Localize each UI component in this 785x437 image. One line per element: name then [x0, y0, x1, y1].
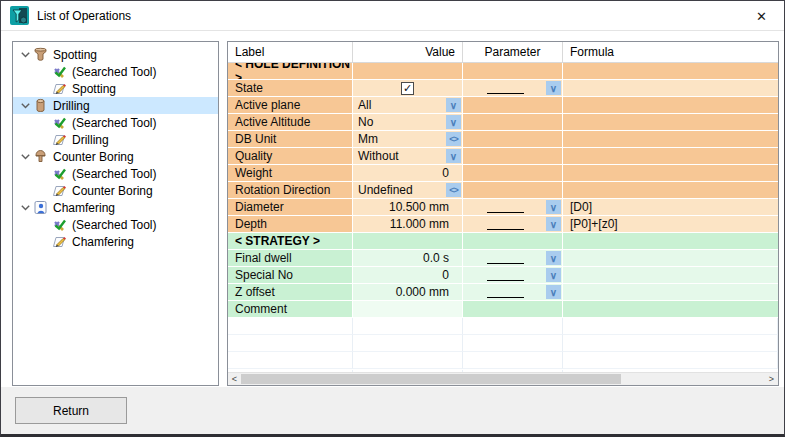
window-title: List of Operations: [37, 9, 131, 23]
value-cell[interactable]: 0.000 mm: [353, 284, 463, 301]
dropdown-arrow-icon[interactable]: ∨: [546, 217, 561, 231]
spinner-icon[interactable]: <>: [446, 132, 461, 146]
chevron-down-icon[interactable]: [18, 205, 32, 211]
parameter-cell[interactable]: ∨: [463, 80, 563, 97]
value-cell[interactable]: 10.500 mm: [353, 199, 463, 216]
spinner-icon[interactable]: <>: [446, 183, 461, 197]
operations-tree: Spotting(Searched Tool)SpottingDrilling(…: [12, 41, 219, 386]
parameter-cell: [463, 148, 563, 165]
value-cell[interactable]: 0.0 s: [353, 250, 463, 267]
parameter-blank-line: [463, 80, 547, 96]
table-row-weight: Weight0: [228, 165, 778, 182]
tree-item-label: Counter Boring: [53, 150, 134, 164]
formula-cell[interactable]: [563, 250, 778, 267]
close-icon[interactable]: ✕: [739, 1, 784, 31]
value-text: 10.500 mm: [389, 200, 449, 214]
row-label: State: [228, 80, 353, 97]
horizontal-scrollbar[interactable]: < >: [228, 372, 778, 385]
value-cell[interactable]: 0: [353, 165, 463, 182]
parameter-cell[interactable]: ∨: [463, 199, 563, 216]
value-cell[interactable]: ✓: [353, 80, 463, 97]
formula-cell: [563, 301, 778, 318]
formula-cell[interactable]: [563, 267, 778, 284]
dropdown-arrow-icon[interactable]: ∨: [546, 268, 561, 282]
dropdown-arrow-icon[interactable]: ∨: [546, 285, 561, 299]
formula-cell: [563, 148, 778, 165]
tree-item-spotting[interactable]: Spotting: [13, 46, 218, 63]
value-cell: [353, 233, 463, 250]
table-row-db-unit: DB UnitMm<>: [228, 131, 778, 148]
formula-cell: [563, 114, 778, 131]
column-header-value: Value: [353, 42, 463, 62]
parameter-blank-line: [463, 267, 547, 283]
table-row-active-plane: Active planeAll∨: [228, 97, 778, 114]
dropdown-arrow-icon[interactable]: ∨: [446, 149, 461, 163]
table-row-special-no: Special No0∨: [228, 267, 778, 284]
empty-cell: [228, 318, 353, 335]
dropdown-arrow-icon[interactable]: ∨: [446, 98, 461, 112]
formula-cell[interactable]: [563, 80, 778, 97]
formula-cell[interactable]: [D0]: [563, 199, 778, 216]
tree-item-chamfering[interactable]: Chamfering: [13, 199, 218, 216]
value-cell[interactable]: Mm<>: [353, 131, 463, 148]
tree-item-spotting[interactable]: Spotting: [13, 80, 218, 97]
tree-item-label: Chamfering: [72, 235, 134, 249]
tree-item-drilling[interactable]: Drilling: [13, 131, 218, 148]
value-text: 0: [442, 166, 449, 180]
edit-icon: [51, 132, 68, 147]
tree-item-label: Spotting: [72, 82, 116, 96]
scroll-right-arrow-icon[interactable]: >: [765, 373, 778, 385]
parameter-cell[interactable]: ∨: [463, 216, 563, 233]
counter-boring-tool-icon: [32, 149, 49, 164]
parameter-cell: [463, 131, 563, 148]
table-row-final-dwell: Final dwell0.0 s∨: [228, 250, 778, 267]
return-button[interactable]: Return: [15, 397, 127, 424]
value-cell[interactable]: Undefined<>: [353, 182, 463, 199]
parameter-blank-line: [463, 284, 547, 300]
value-text: No: [358, 115, 373, 129]
parameter-cell[interactable]: ∨: [463, 267, 563, 284]
chevron-down-icon[interactable]: [18, 52, 32, 58]
value-cell[interactable]: Without∨: [353, 148, 463, 165]
value-text: Undefined: [358, 183, 413, 197]
parameter-cell[interactable]: ∨: [463, 250, 563, 267]
value-cell[interactable]: [353, 301, 463, 318]
dropdown-arrow-icon[interactable]: ∨: [546, 251, 561, 265]
formula-cell[interactable]: [P0]+[z0]: [563, 216, 778, 233]
scrollbar-thumb[interactable]: [241, 374, 621, 384]
parameter-cell: [463, 165, 563, 182]
empty-table-row: [228, 335, 778, 352]
value-cell[interactable]: All∨: [353, 97, 463, 114]
parameter-blank-line: [463, 216, 547, 232]
value-cell[interactable]: No∨: [353, 114, 463, 131]
empty-cell: [563, 352, 778, 369]
tree-item-searched-tool[interactable]: (Searched Tool): [13, 165, 218, 182]
value-cell: [353, 63, 463, 80]
tree-item-searched-tool[interactable]: (Searched Tool): [13, 114, 218, 131]
value-cell[interactable]: 11.000 mm: [353, 216, 463, 233]
state-checkbox[interactable]: ✓: [401, 82, 414, 95]
chevron-down-icon[interactable]: [18, 154, 32, 160]
column-header-formula: Formula: [563, 42, 778, 62]
tree-item-searched-tool[interactable]: (Searched Tool): [13, 216, 218, 233]
tree-item-counter-boring[interactable]: Counter Boring: [13, 182, 218, 199]
dropdown-arrow-icon[interactable]: ∨: [546, 81, 561, 95]
table-row-z-offset: Z offset0.000 mm∨: [228, 284, 778, 301]
table-header-row: LabelValueParameterFormula: [228, 42, 778, 63]
tree-item-chamfering[interactable]: Chamfering: [13, 233, 218, 250]
dropdown-arrow-icon[interactable]: ∨: [546, 200, 561, 214]
scroll-left-arrow-icon[interactable]: <: [228, 373, 241, 385]
parameter-cell: [463, 233, 563, 250]
dropdown-arrow-icon[interactable]: ∨: [446, 115, 461, 129]
formula-text: [P0]+[z0]: [570, 217, 618, 231]
formula-cell[interactable]: [563, 284, 778, 301]
tree-item-drilling[interactable]: Drilling: [13, 97, 218, 114]
tree-item-label: Drilling: [72, 133, 109, 147]
tree-item-searched-tool[interactable]: (Searched Tool): [13, 63, 218, 80]
value-cell[interactable]: 0: [353, 267, 463, 284]
chevron-down-icon[interactable]: [18, 103, 32, 109]
tree-item-counter-boring[interactable]: Counter Boring: [13, 148, 218, 165]
parameter-cell[interactable]: ∨: [463, 284, 563, 301]
row-label: Quality: [228, 148, 353, 165]
empty-cell: [463, 318, 563, 335]
